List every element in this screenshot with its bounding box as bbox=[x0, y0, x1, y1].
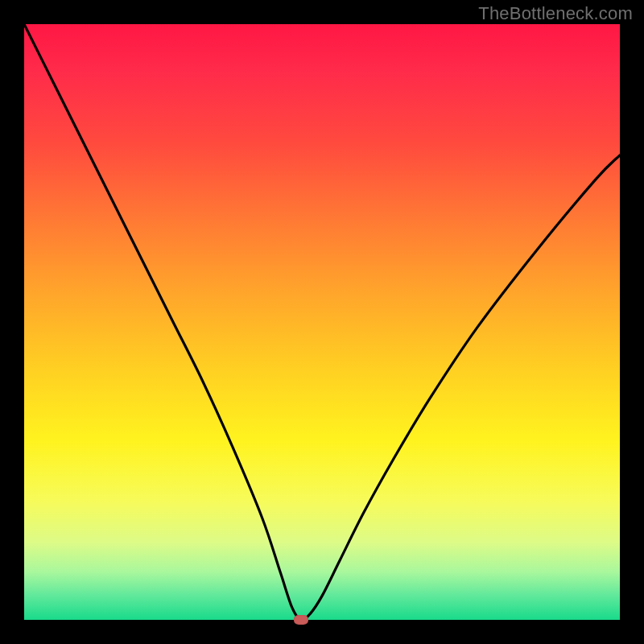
bottleneck-curve-path bbox=[24, 24, 620, 620]
chart-frame: TheBottleneck.com bbox=[0, 0, 644, 644]
watermark-text: TheBottleneck.com bbox=[478, 3, 633, 24]
curve-svg bbox=[24, 24, 620, 620]
minimum-marker bbox=[294, 615, 308, 625]
plot-area bbox=[24, 24, 620, 620]
